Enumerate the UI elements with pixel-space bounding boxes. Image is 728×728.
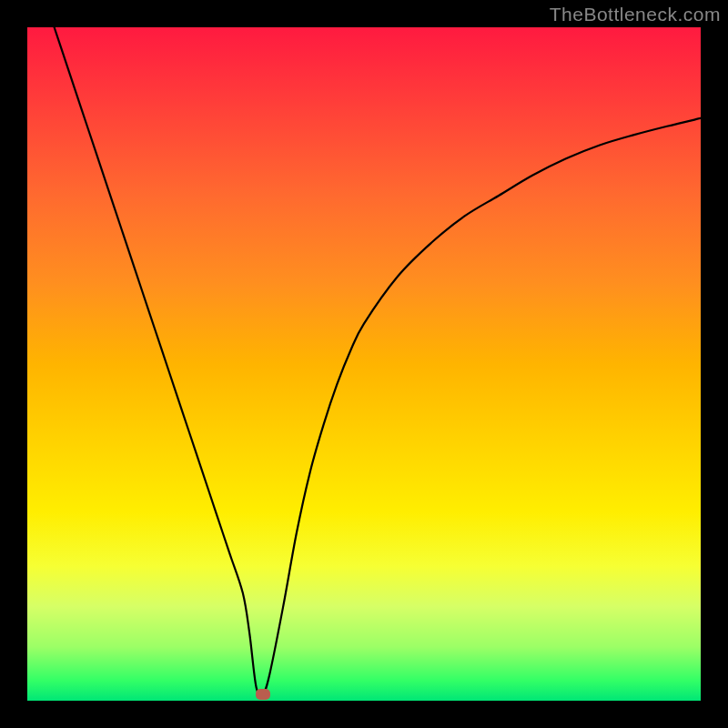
- min-marker: [256, 689, 270, 700]
- watermark-text: TheBottleneck.com: [550, 4, 721, 25]
- plot-area: [27, 27, 701, 701]
- curve-path: [55, 27, 701, 695]
- chart-frame: TheBottleneck.com: [0, 0, 728, 728]
- curve-svg: [27, 27, 701, 701]
